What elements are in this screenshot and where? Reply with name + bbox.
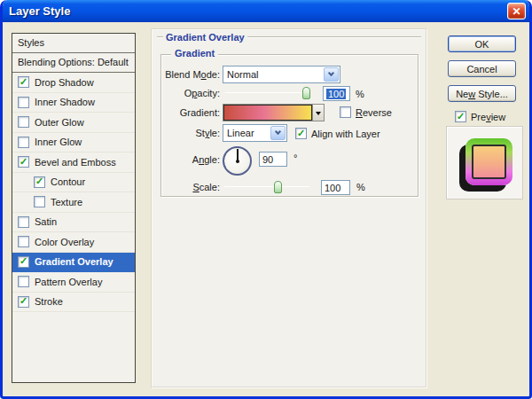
ok-button[interactable]: OK bbox=[448, 35, 516, 52]
preview-checkbox-row[interactable]: ✓ Preview bbox=[455, 111, 505, 122]
opacity-input[interactable]: 100 bbox=[323, 86, 350, 101]
check-icon: ✓ bbox=[20, 256, 27, 266]
sidebar-item-label: Color Overlay bbox=[35, 237, 94, 247]
check-icon: ✓ bbox=[457, 112, 465, 121]
blend-mode-label: Blend Mode: bbox=[152, 69, 220, 80]
gradient-preview-art bbox=[466, 138, 512, 185]
angle-unit: ° bbox=[293, 153, 297, 163]
align-with-layer-label: Align with Layer bbox=[311, 129, 380, 139]
triangle-down-icon bbox=[316, 112, 321, 118]
sidebar-item-label: Pattern Overlay bbox=[35, 277, 102, 287]
gradient-dropdown-button[interactable] bbox=[312, 105, 324, 121]
style-label: Style: bbox=[152, 128, 220, 138]
close-button[interactable]: ✕ bbox=[507, 3, 526, 20]
checkbox[interactable]: ✓ bbox=[18, 256, 29, 268]
divider bbox=[247, 36, 421, 38]
checkbox[interactable]: ✓ bbox=[18, 76, 29, 88]
title-bar[interactable]: Layer Style ✕ bbox=[3, 0, 529, 22]
checkbox[interactable]: ✓ bbox=[18, 296, 29, 308]
align-with-layer-checkbox[interactable]: ✓ bbox=[295, 128, 307, 139]
blend-mode-select[interactable]: Normal bbox=[223, 66, 340, 83]
group-title: Gradient bbox=[171, 48, 218, 59]
blend-mode-value: Normal bbox=[223, 69, 323, 80]
sidebar-item-stroke[interactable]: ✓ Stroke bbox=[12, 293, 135, 313]
sidebar-item-label: Inner Shadow bbox=[35, 97, 95, 107]
gradient-picker[interactable] bbox=[223, 104, 325, 121]
slider-track bbox=[225, 92, 310, 93]
style-value: Linear bbox=[223, 128, 270, 138]
scale-slider[interactable] bbox=[224, 181, 309, 193]
sidebar-item-inner-glow[interactable]: Inner Glow bbox=[12, 133, 135, 153]
reverse-checkbox[interactable] bbox=[340, 106, 351, 118]
layer-style-dialog: Layer Style ✕ Styles Blending Options: D… bbox=[0, 0, 532, 399]
styles-list: Styles Blending Options: Default ✓ Drop … bbox=[12, 33, 136, 383]
cancel-button[interactable]: Cancel bbox=[448, 60, 516, 77]
scale-label: Scale: bbox=[152, 182, 220, 192]
sidebar-item-inner-shadow[interactable]: Inner Shadow bbox=[12, 93, 135, 113]
scale-input[interactable]: 100 bbox=[321, 180, 350, 195]
gradient-overlay-panel: Gradient Overlay Gradient Blend Mode: No… bbox=[151, 28, 426, 387]
divider bbox=[157, 36, 163, 38]
sidebar-item-blending-options[interactable]: Blending Options: Default bbox=[12, 53, 135, 73]
scale-unit: % bbox=[356, 182, 365, 192]
preview-checkbox[interactable]: ✓ bbox=[455, 111, 466, 122]
opacity-unit: % bbox=[356, 89, 364, 99]
opacity-slider[interactable] bbox=[225, 87, 310, 99]
gradient-preview-fill bbox=[472, 145, 506, 179]
checkbox[interactable] bbox=[18, 236, 29, 247]
check-icon: ✓ bbox=[20, 157, 27, 167]
dialog-body: Styles Blending Options: Default ✓ Drop … bbox=[3, 22, 529, 394]
sidebar-item-label: Gradient Overlay bbox=[35, 256, 113, 267]
sidebar-item-label: Texture bbox=[51, 197, 82, 207]
check-icon: ✓ bbox=[297, 129, 305, 138]
checkbox[interactable] bbox=[34, 196, 45, 207]
sidebar-item-color-overlay[interactable]: Color Overlay bbox=[12, 232, 135, 253]
check-icon: ✓ bbox=[20, 77, 27, 87]
sidebar-item-bevel-and-emboss[interactable]: ✓ Bevel and Emboss bbox=[12, 153, 135, 173]
checkbox[interactable]: ✓ bbox=[18, 156, 29, 168]
window-title: Layer Style bbox=[9, 4, 507, 18]
preview-label: Preview bbox=[471, 112, 505, 122]
opacity-slider-thumb[interactable] bbox=[302, 87, 310, 99]
checkbox[interactable] bbox=[18, 97, 29, 108]
sidebar-item-contour[interactable]: ✓ Contour bbox=[12, 173, 135, 193]
sidebar-item-styles[interactable]: Styles bbox=[12, 34, 135, 53]
scale-slider-thumb[interactable] bbox=[274, 181, 282, 193]
gradient-label: Gradient: bbox=[152, 107, 220, 118]
panel-title-row: Gradient Overlay bbox=[157, 32, 421, 43]
checkbox[interactable] bbox=[18, 276, 29, 287]
reverse-label: Reverse bbox=[356, 107, 392, 118]
sidebar-item-label: Inner Glow bbox=[35, 137, 82, 147]
gradient-swatch[interactable] bbox=[223, 105, 312, 121]
checkbox[interactable] bbox=[18, 216, 29, 228]
slider-track bbox=[224, 186, 309, 187]
opacity-value: 100 bbox=[326, 89, 346, 99]
opacity-label: Opacity: bbox=[152, 88, 220, 98]
checkbox[interactable]: ✓ bbox=[34, 176, 45, 188]
angle-input[interactable]: 90 bbox=[259, 152, 287, 167]
check-icon: ✓ bbox=[35, 176, 43, 186]
sidebar-item-satin[interactable]: Satin bbox=[12, 213, 135, 233]
style-select[interactable]: Linear bbox=[223, 124, 287, 142]
sidebar-item-drop-shadow[interactable]: ✓ Drop Shadow bbox=[12, 73, 135, 93]
chevron-down-icon[interactable] bbox=[324, 67, 339, 82]
checkbox[interactable] bbox=[18, 137, 29, 148]
check-icon: ✓ bbox=[20, 296, 27, 306]
align-with-layer-row[interactable]: ✓ Align with Layer bbox=[295, 128, 380, 139]
sidebar-item-pattern-overlay[interactable]: Pattern Overlay bbox=[12, 272, 135, 293]
style-preview-thumbnail bbox=[446, 126, 523, 200]
sidebar-item-label: Outer Glow bbox=[35, 117, 84, 128]
reverse-checkbox-row[interactable]: Reverse bbox=[340, 106, 392, 118]
sidebar-item-texture[interactable]: Texture bbox=[12, 192, 135, 213]
sidebar-item-label: Stroke bbox=[35, 296, 63, 307]
chevron-down-icon[interactable] bbox=[270, 126, 286, 140]
new-style-button[interactable]: New Style... bbox=[448, 85, 516, 102]
sidebar-item-outer-glow[interactable]: Outer Glow bbox=[12, 113, 135, 133]
sidebar-item-gradient-overlay[interactable]: ✓ Gradient Overlay bbox=[12, 253, 135, 273]
angle-label: Angle: bbox=[152, 154, 220, 165]
angle-dial[interactable] bbox=[223, 146, 252, 176]
angle-hub bbox=[236, 160, 239, 163]
checkbox[interactable] bbox=[18, 116, 29, 128]
panel-title: Gradient Overlay bbox=[166, 32, 245, 43]
sidebar-item-label: Drop Shadow bbox=[35, 77, 94, 88]
